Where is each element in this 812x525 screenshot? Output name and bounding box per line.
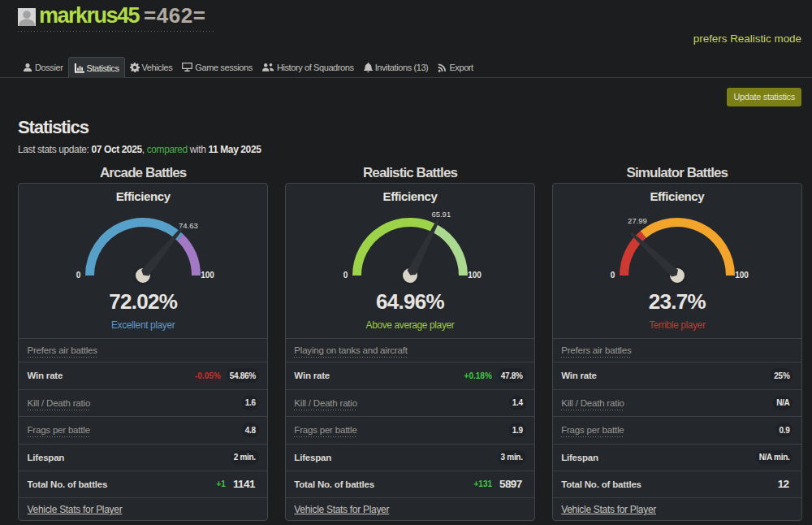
svg-text:100: 100 — [201, 271, 214, 280]
svg-text:65.91: 65.91 — [431, 210, 451, 219]
svg-text:27.99: 27.99 — [628, 216, 647, 225]
svg-text:0: 0 — [76, 271, 81, 280]
svg-text:0: 0 — [611, 271, 615, 280]
svg-text:0: 0 — [343, 271, 348, 280]
svg-text:100: 100 — [735, 271, 749, 280]
svg-text:100: 100 — [468, 271, 482, 280]
